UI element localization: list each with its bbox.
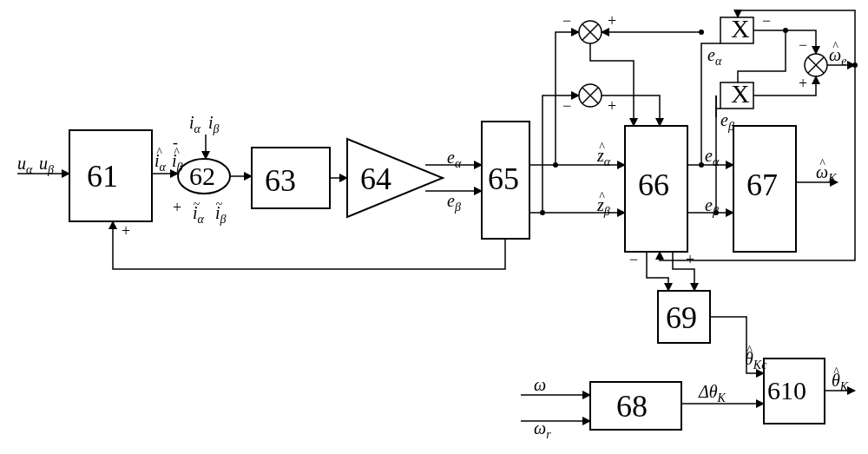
block-63-label: 63 (265, 163, 296, 198)
sign-66b-plus: + (686, 251, 694, 268)
label-itilde-a: ~iα (193, 198, 205, 226)
label-omega-in: ω (534, 375, 546, 394)
summer-mid (579, 84, 602, 107)
label-ib-in: iβ (208, 113, 220, 135)
block-67-label: 67 (746, 168, 778, 202)
label-itilde-b: ~iβ (215, 198, 227, 226)
block-69-label: 69 (666, 300, 697, 335)
block-64-label: 64 (360, 161, 391, 196)
mult-top-label: X (731, 14, 750, 43)
label-omega-r: ωr (534, 418, 551, 441)
label-ihat-a: ^iα (155, 146, 167, 174)
block-62-label: 62 (189, 161, 215, 190)
summer-omega (805, 54, 827, 76)
label-ea-64: eα (447, 148, 462, 170)
sign-sumtop-plus: + (608, 12, 616, 30)
sign-62-plus: + (173, 199, 181, 216)
node-omega-out (852, 63, 858, 68)
sign-66b-minus: − (629, 251, 638, 268)
node-omega-fb (783, 28, 788, 33)
block-65-label: 65 (488, 161, 519, 196)
label-ub: uβ (39, 154, 54, 176)
label-eb-top: eβ (720, 110, 734, 133)
node-ea2 (699, 30, 704, 35)
block-68-label: 68 (616, 389, 648, 424)
sign-omega-plus: + (799, 75, 807, 92)
sign-mult-minus: − (762, 12, 771, 30)
label-delta-theta: ΔθK (698, 382, 727, 405)
block-610-label: 610 (767, 376, 806, 405)
block-61-label: 61 (87, 159, 118, 194)
sign-fb-plus: + (122, 222, 130, 240)
label-za: ^zα (596, 141, 611, 168)
label-zb: ^zβ (596, 190, 610, 218)
mult-bottom-label: X (731, 79, 750, 108)
label-omega-K: ^ωK (816, 157, 837, 185)
sign-omega-minus: − (799, 36, 807, 54)
label-ea-top: eα (707, 45, 722, 68)
label-omega-e: ^ωe (829, 40, 846, 68)
sign-summid-minus: − (562, 97, 571, 115)
label-theta-K: ^θK (832, 365, 849, 393)
wire-feedback-65-61 (113, 221, 505, 269)
label-ia-in: iα (189, 113, 201, 135)
sign-sumtop-minus: − (562, 12, 571, 30)
label-ua: uα (17, 154, 33, 176)
block-66-label: 66 (638, 168, 669, 202)
sign-summid-plus: + (608, 97, 616, 115)
label-ihat-b: ^iβ (172, 146, 183, 174)
label-eb-64: eβ (447, 191, 461, 214)
wire-66-69a (647, 252, 668, 291)
wire-zb-sum (542, 95, 579, 213)
summer-top (579, 21, 602, 43)
